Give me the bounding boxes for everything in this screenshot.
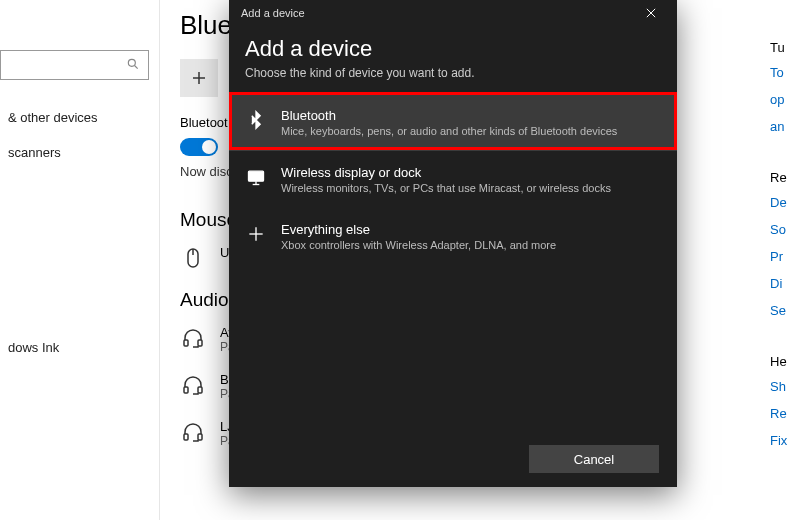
option-bluetooth[interactable]: Bluetooth Mice, keyboards, pens, or audi… <box>229 94 677 151</box>
mouse-icon <box>180 245 206 271</box>
headset-icon <box>180 419 206 445</box>
option-title: Bluetooth <box>281 108 617 123</box>
option-title: Everything else <box>281 222 556 237</box>
headset-icon <box>180 325 206 351</box>
cancel-button[interactable]: Cancel <box>529 445 659 473</box>
sidebar-item-printers-scanners[interactable]: scanners <box>0 135 159 170</box>
option-desc: Wireless monitors, TVs, or PCs that use … <box>281 182 611 194</box>
related-link[interactable]: op <box>770 92 800 107</box>
option-wireless-display[interactable]: Wireless display or dock Wireless monito… <box>229 151 677 208</box>
related-heading: He <box>770 354 800 369</box>
svg-rect-6 <box>184 340 188 346</box>
option-desc: Mice, keyboards, pens, or audio and othe… <box>281 125 617 137</box>
related-heading: Tu <box>770 40 800 55</box>
search-icon <box>126 57 140 74</box>
related-link[interactable]: Fix <box>770 433 800 448</box>
sidebar-item-windows-ink[interactable]: dows Ink <box>0 330 159 365</box>
headset-icon <box>180 372 206 398</box>
svg-rect-10 <box>184 434 188 440</box>
related-link[interactable]: So <box>770 222 800 237</box>
related-heading: Re <box>770 170 800 185</box>
svg-rect-9 <box>198 387 202 393</box>
bluetooth-icon <box>245 110 267 130</box>
related-link[interactable]: Sh <box>770 379 800 394</box>
plus-icon <box>245 224 267 244</box>
related-link[interactable]: Pr <box>770 249 800 264</box>
related-links-panel: Tu To op an Re De So Pr Di Se He Sh Re F… <box>770 40 800 460</box>
search-box[interactable] <box>0 50 149 80</box>
close-button[interactable] <box>631 0 671 26</box>
add-device-modal: Add a device Add a device Choose the kin… <box>229 0 677 487</box>
modal-titlebar: Add a device <box>229 0 677 26</box>
monitor-icon <box>245 167 267 187</box>
svg-rect-8 <box>184 387 188 393</box>
svg-line-1 <box>135 65 138 68</box>
related-link[interactable]: Re <box>770 406 800 421</box>
option-title: Wireless display or dock <box>281 165 611 180</box>
svg-rect-11 <box>198 434 202 440</box>
option-desc: Xbox controllers with Wireless Adapter, … <box>281 239 556 251</box>
plus-icon <box>180 59 218 97</box>
modal-subheading: Choose the kind of device you want to ad… <box>229 66 677 94</box>
svg-rect-7 <box>198 340 202 346</box>
related-link[interactable]: De <box>770 195 800 210</box>
bluetooth-toggle[interactable] <box>180 138 218 156</box>
settings-sidebar: & other devices scanners dows Ink <box>0 0 160 520</box>
related-link[interactable]: Se <box>770 303 800 318</box>
svg-rect-14 <box>249 171 264 181</box>
sidebar-item-bluetooth-devices[interactable]: & other devices <box>0 100 159 135</box>
modal-window-title: Add a device <box>241 7 305 19</box>
related-link[interactable]: Di <box>770 276 800 291</box>
related-link[interactable]: an <box>770 119 800 134</box>
svg-point-0 <box>128 59 135 66</box>
option-everything-else[interactable]: Everything else Xbox controllers with Wi… <box>229 208 677 265</box>
related-link[interactable]: To <box>770 65 800 80</box>
modal-heading: Add a device <box>229 26 677 66</box>
